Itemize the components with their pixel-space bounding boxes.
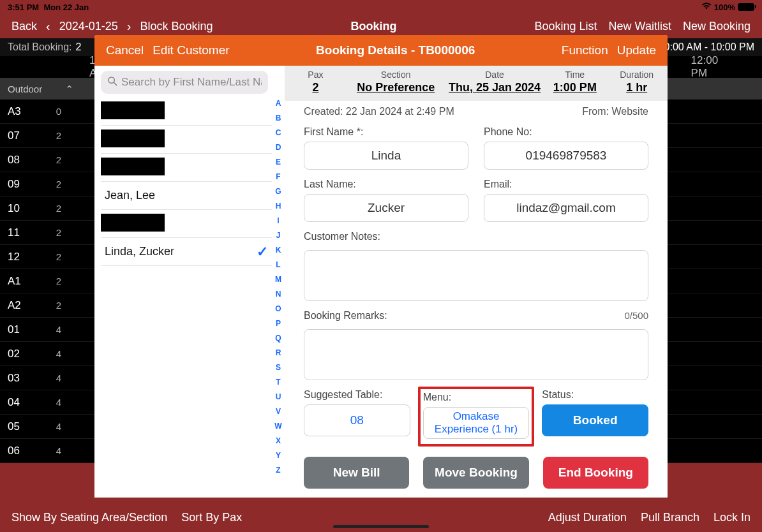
customer-panel: Jean, LeeLinda, Zucker✓ ABCDEFGHIJKLMNOP… <box>94 66 285 498</box>
customer-name: Jean, Lee <box>105 189 155 202</box>
new-waitlist-link[interactable]: New Waitlist <box>609 20 671 33</box>
customer-row[interactable]: Linda, Zucker✓ <box>101 238 272 266</box>
menu-field[interactable]: Omakase Experience (1 hr) <box>423 407 530 439</box>
last-name-field[interactable]: Zucker <box>304 194 468 222</box>
section-name: Outdoor <box>8 84 42 94</box>
chevron-right-icon[interactable]: › <box>127 19 131 34</box>
az-index[interactable]: ABCDEFGHIJKLMNOPQRSTUVWXYZ <box>272 71 285 492</box>
az-letter[interactable]: Z <box>276 466 280 475</box>
update-button[interactable]: Update <box>617 43 656 57</box>
az-letter[interactable]: U <box>276 392 281 401</box>
check-icon: ✓ <box>257 244 268 260</box>
customer-notes-field[interactable] <box>304 250 648 301</box>
move-booking-button[interactable]: Move Booking <box>423 457 528 489</box>
pull-branch-button[interactable]: Pull Branch <box>641 511 699 524</box>
az-letter[interactable]: E <box>276 158 281 166</box>
new-bill-button[interactable]: New Bill <box>304 457 409 489</box>
block-booking-button[interactable]: Block Booking <box>140 20 213 33</box>
last-name-label: Last Name: <box>304 179 468 190</box>
az-letter[interactable]: H <box>276 202 281 211</box>
az-letter[interactable]: C <box>276 128 281 137</box>
table-name: A2 <box>0 299 38 312</box>
home-indicator <box>333 525 429 528</box>
booking-list-link[interactable]: Booking List <box>535 20 597 33</box>
menu-highlight: Menu: Omakase Experience (1 hr) <box>418 387 535 447</box>
param-date[interactable]: Date Thu, 25 Jan 2024 <box>445 70 544 94</box>
total-booking-label: Total Booking: <box>8 41 72 53</box>
customer-row[interactable] <box>101 126 272 154</box>
az-letter[interactable]: X <box>276 436 281 445</box>
phone-label: Phone No: <box>484 126 648 138</box>
lock-in-button[interactable]: Lock In <box>713 511 751 524</box>
az-letter[interactable]: S <box>276 363 281 372</box>
az-letter[interactable]: Y <box>276 451 281 460</box>
table-name: 05 <box>0 420 38 433</box>
function-button[interactable]: Function <box>562 43 608 57</box>
customer-row[interactable] <box>101 210 272 238</box>
az-letter[interactable]: F <box>276 172 280 181</box>
customer-list: Jean, LeeLinda, Zucker✓ <box>101 98 272 492</box>
booking-remarks-field[interactable] <box>304 329 648 380</box>
param-section[interactable]: Section No Preference <box>347 70 445 94</box>
back-button[interactable]: Back <box>11 20 37 33</box>
new-booking-link[interactable]: New Booking <box>683 20 751 33</box>
search-input[interactable] <box>121 76 262 89</box>
az-letter[interactable]: P <box>276 319 281 328</box>
az-letter[interactable]: K <box>276 246 281 255</box>
az-letter[interactable]: T <box>276 378 280 387</box>
table-capacity: 4 <box>38 397 70 408</box>
param-time[interactable]: Time 1:00 PM <box>544 70 606 94</box>
created-meta: Created: 22 Jan 2024 at 2:49 PM <box>304 106 454 117</box>
az-letter[interactable]: N <box>276 290 281 299</box>
az-letter[interactable]: I <box>277 216 279 225</box>
status-label: Status: <box>542 389 648 401</box>
nav-date[interactable]: 2024-01-25 <box>59 20 118 33</box>
az-letter[interactable]: G <box>275 187 281 196</box>
modal-header: Cancel Edit Customer Booking Details - T… <box>94 35 668 66</box>
status-time: 3:51 PM <box>8 3 39 12</box>
az-letter[interactable]: Q <box>275 334 281 343</box>
first-name-field[interactable]: Linda <box>304 142 468 170</box>
table-capacity: 4 <box>38 373 70 383</box>
table-capacity: 2 <box>38 300 70 311</box>
show-by-button[interactable]: Show By Seating Area/Section <box>11 511 167 524</box>
customer-row[interactable] <box>101 154 272 182</box>
az-letter[interactable]: B <box>276 114 281 122</box>
chevron-left-icon[interactable]: ‹ <box>46 19 50 34</box>
end-booking-button[interactable]: End Booking <box>543 457 648 489</box>
adjust-duration-button[interactable]: Adjust Duration <box>548 511 627 524</box>
az-letter[interactable]: O <box>275 304 281 313</box>
table-capacity: 0 <box>38 106 70 117</box>
customer-row[interactable] <box>101 98 272 126</box>
param-duration[interactable]: Duration 1 hr <box>606 70 668 94</box>
edit-customer-button[interactable]: Edit Customer <box>153 43 229 57</box>
az-letter[interactable]: J <box>276 231 281 240</box>
email-field[interactable]: lindaz@gmail.com <box>484 194 648 222</box>
status-badge[interactable]: Booked <box>542 404 648 436</box>
table-capacity: 4 <box>38 348 70 359</box>
az-letter[interactable]: R <box>276 348 281 357</box>
az-letter[interactable]: A <box>276 99 281 108</box>
az-letter[interactable]: L <box>276 260 280 269</box>
table-capacity: 2 <box>38 203 70 214</box>
table-name: 12 <box>0 251 38 263</box>
customer-notes-label: Customer Notes: <box>304 231 648 242</box>
suggested-table-field[interactable]: 08 <box>304 404 410 436</box>
az-letter[interactable]: V <box>276 407 281 416</box>
az-letter[interactable]: W <box>274 422 281 431</box>
cancel-button[interactable]: Cancel <box>106 43 144 57</box>
business-hours: 10:00 AM - 10:00 PM <box>659 41 754 53</box>
menu-label: Menu: <box>423 392 530 403</box>
phone-field[interactable]: 019469879583 <box>484 142 648 170</box>
table-name: 06 <box>0 445 38 457</box>
table-name: 02 <box>0 348 38 360</box>
customer-row[interactable]: Jean, Lee <box>101 182 272 210</box>
az-letter[interactable]: M <box>275 275 281 284</box>
suggested-table-label: Suggested Table: <box>304 389 410 401</box>
search-box[interactable] <box>101 71 268 94</box>
param-pax[interactable]: Pax 2 <box>285 70 347 94</box>
table-name: 07 <box>0 129 38 142</box>
table-name: 04 <box>0 396 38 409</box>
az-letter[interactable]: D <box>276 143 281 152</box>
sort-by-button[interactable]: Sort By Pax <box>181 511 242 524</box>
